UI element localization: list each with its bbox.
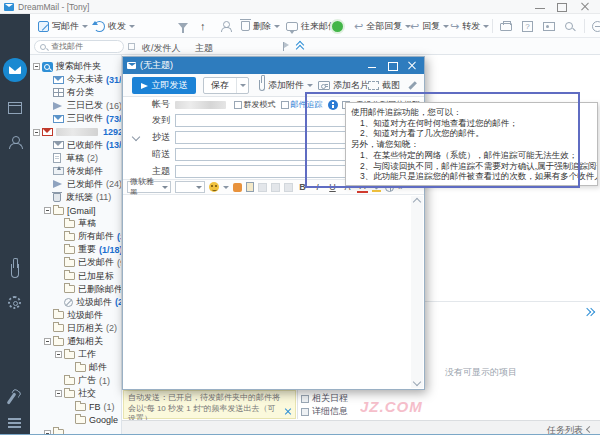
stamp-icon[interactable] bbox=[233, 183, 242, 192]
tree-item-24[interactable]: 广告(1) bbox=[30, 374, 121, 387]
maximize-icon[interactable] bbox=[554, 2, 570, 12]
forward-button[interactable]: ↪ 转发 bbox=[450, 14, 489, 38]
help-button[interactable]: ? bbox=[522, 14, 533, 38]
tree-item-15[interactable]: 已发邮件(93) bbox=[30, 256, 121, 269]
tree-item-11[interactable]: [Gmail] bbox=[30, 204, 121, 217]
reply-all-button[interactable]: ↩ 全部回复 bbox=[354, 14, 411, 38]
expand-panel-icon[interactable] bbox=[584, 308, 594, 316]
tree-item-18[interactable]: 垃圾邮件(215/377) bbox=[30, 296, 121, 309]
checkbox-icon[interactable] bbox=[281, 101, 289, 109]
info-icon[interactable] bbox=[328, 100, 338, 110]
tree-item-16[interactable]: 已加星标 bbox=[30, 270, 121, 283]
select-column-icon[interactable] bbox=[128, 43, 135, 50]
compose-minimize-icon[interactable] bbox=[364, 60, 380, 71]
paste-icon[interactable] bbox=[246, 182, 254, 192]
close-icon[interactable] bbox=[578, 2, 594, 12]
tree-item-14[interactable]: 重要(1/18) bbox=[30, 243, 121, 256]
tree-expander-icon[interactable] bbox=[44, 338, 51, 345]
details-item[interactable]: 详细信息 bbox=[301, 405, 367, 418]
mail-module-icon[interactable] bbox=[3, 58, 27, 82]
tree-item-17[interactable]: 已删除邮件(68/159) bbox=[30, 283, 121, 296]
tree-expander-icon[interactable] bbox=[44, 430, 51, 435]
save-button[interactable]: 保存 bbox=[203, 77, 249, 94]
tree-item-20[interactable]: 日历相关(2) bbox=[30, 322, 121, 335]
send-now-button[interactable]: 立即发送 bbox=[132, 77, 196, 94]
filter-button[interactable] bbox=[178, 14, 188, 38]
compose-mail-button[interactable]: 写邮件 bbox=[38, 14, 88, 38]
tree-item-19[interactable]: 垃圾邮件 bbox=[30, 309, 121, 322]
tree-item-28[interactable] bbox=[30, 427, 121, 435]
scroll-up-icon[interactable] bbox=[413, 198, 421, 206]
settings-gear-icon[interactable] bbox=[8, 296, 21, 309]
calendar-module-icon[interactable] bbox=[8, 102, 22, 114]
screenshot-button[interactable]: 截图 bbox=[368, 74, 400, 97]
flag-column-icon[interactable] bbox=[283, 42, 284, 51]
font-size-select[interactable] bbox=[175, 181, 205, 193]
contacts-module-icon[interactable] bbox=[8, 136, 22, 148]
task-list-toggle[interactable]: 任务列表 bbox=[547, 424, 592, 435]
image-button[interactable] bbox=[543, 14, 555, 38]
reply-button[interactable]: ↩ 回复 bbox=[410, 14, 449, 38]
mass-mode-checkbox[interactable]: 群发模式 bbox=[234, 99, 276, 110]
minimize-icon[interactable] bbox=[532, 2, 548, 12]
tree-item-23[interactable]: 邮件 bbox=[30, 361, 121, 374]
checkbox-icon[interactable] bbox=[234, 101, 242, 109]
hamburger-menu-icon[interactable] bbox=[8, 418, 21, 420]
tree-expander-icon[interactable] bbox=[44, 207, 51, 214]
add-card-button[interactable]: 添加名片 bbox=[318, 74, 369, 97]
collapse-pane-icon[interactable] bbox=[296, 42, 304, 51]
underline-button[interactable]: U bbox=[327, 182, 338, 192]
save-dropdown[interactable] bbox=[236, 78, 248, 93]
tools-wrench-icon[interactable] bbox=[7, 392, 17, 404]
bold-button[interactable]: B bbox=[297, 182, 308, 192]
tree-item-25[interactable]: 社交 bbox=[30, 387, 121, 400]
editor-scrollbar[interactable] bbox=[411, 196, 423, 388]
tree-item-10[interactable]: 废纸篓(11) bbox=[30, 191, 121, 204]
tree-item-12[interactable]: 草稿 bbox=[30, 217, 121, 230]
tree-item-27[interactable]: Google(1) bbox=[30, 414, 121, 427]
compose-close-icon[interactable] bbox=[404, 60, 420, 71]
move-up-button[interactable]: ↑ bbox=[200, 14, 206, 38]
cut-icon[interactable] bbox=[271, 183, 280, 192]
tree-item-5[interactable]: 1292/1451 bbox=[30, 125, 121, 138]
tree-item-4[interactable]: 三日收件(73/106) bbox=[30, 112, 121, 125]
close-notice-icon[interactable] bbox=[284, 407, 292, 415]
add-attachment-button[interactable]: 添加附件 bbox=[259, 74, 313, 97]
tree-item-21[interactable]: 通知相关 bbox=[30, 335, 121, 348]
tree-item-7[interactable]: 草稿(2) bbox=[30, 152, 121, 165]
tree-item-0[interactable]: 搜索邮件夹 bbox=[30, 60, 121, 73]
send-receive-button[interactable]: 收发 bbox=[94, 14, 135, 38]
compose-maximize-icon[interactable] bbox=[384, 60, 400, 71]
message-body-editor[interactable] bbox=[123, 195, 424, 389]
font-family-select[interactable]: 微软雅黑 bbox=[127, 181, 171, 193]
undo-icon[interactable] bbox=[284, 183, 293, 192]
emoji-icon[interactable] bbox=[209, 182, 219, 192]
attachments-module-icon[interactable] bbox=[11, 264, 19, 278]
print-button[interactable] bbox=[500, 14, 512, 38]
search-box[interactable] bbox=[34, 40, 124, 53]
online-status-button[interactable] bbox=[330, 14, 345, 38]
tree-expander-icon[interactable] bbox=[33, 63, 40, 70]
zoom-button[interactable] bbox=[565, 14, 573, 38]
tree-item-3[interactable]: 三日已发(16) bbox=[30, 99, 121, 112]
tree-expander-icon[interactable] bbox=[55, 390, 62, 397]
italic-button[interactable]: I bbox=[312, 182, 323, 192]
insert-signature-button[interactable] bbox=[407, 74, 418, 97]
copy-icon[interactable] bbox=[258, 183, 267, 192]
mail-tracking-checkbox[interactable]: 邮件追踪 bbox=[281, 99, 323, 110]
tree-expander-icon[interactable] bbox=[33, 129, 40, 136]
minimize-pane-button[interactable] bbox=[592, 14, 600, 38]
tree-item-2[interactable]: 有分类 bbox=[30, 86, 121, 99]
tree-expander-icon[interactable] bbox=[55, 351, 62, 358]
chevron-down-icon[interactable] bbox=[223, 186, 229, 189]
add-contact-button[interactable] bbox=[220, 14, 231, 38]
scroll-down-icon[interactable] bbox=[413, 378, 421, 386]
search-input[interactable] bbox=[49, 41, 109, 52]
column-header-from[interactable]: 收/发件人 bbox=[142, 42, 181, 55]
related-schedule-item[interactable]: 相关日程 bbox=[301, 392, 367, 405]
tree-item-9[interactable]: 已发邮件(24) bbox=[30, 178, 121, 191]
delete-button[interactable]: 删除 bbox=[241, 14, 280, 38]
tree-item-26[interactable]: FB(1) bbox=[30, 400, 121, 413]
tree-item-6[interactable]: 已收邮件(13/705) bbox=[30, 139, 121, 152]
tree-item-13[interactable]: 所有邮件(32/296) bbox=[30, 230, 121, 243]
